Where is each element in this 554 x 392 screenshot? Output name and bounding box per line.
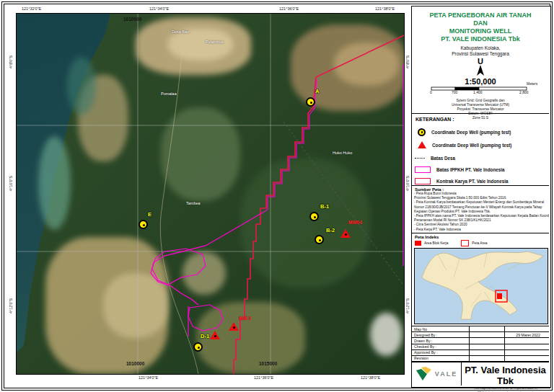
map-subtitle: Provinsi Sulawesi Tenggara — [412, 51, 549, 57]
map-title: PT. VALE INDONESIA Tbk — [412, 35, 549, 43]
table-cell — [470, 332, 505, 338]
lon-tick: 121°34'0"E — [138, 375, 158, 380]
batas-desa-line — [283, 122, 403, 284]
vale-logo-text: VALE — [435, 370, 457, 378]
lon-tick: 121°34'0"E — [149, 6, 169, 11]
boundaries-overlay — [17, 14, 404, 374]
index-map-section: Peta Indeks Area Blok Kerja Peta Area — [412, 233, 549, 326]
deep-well-marker-B2[interactable] — [315, 235, 324, 244]
table-row-label: Map No — [412, 326, 470, 332]
lat-tick: 4°8'0"S — [9, 55, 13, 68]
red-well-icon — [418, 141, 426, 148]
index-map-canvas[interactable] — [414, 248, 548, 324]
well-label-B2: B-2 — [326, 227, 335, 233]
table-cell — [470, 350, 505, 356]
legend-item: Coordinate Deep Well (pumping test) — [418, 127, 511, 137]
lon-tick: 121°36'0"E — [279, 6, 299, 11]
lat-tick: 4°12'0"S — [405, 298, 410, 313]
place-label: Pomalaa — [161, 92, 177, 96]
map-title: MONITORING WELL — [412, 27, 549, 35]
place-label: Tambea — [186, 201, 201, 205]
table-row-label: Revision — [412, 356, 470, 362]
place-label: Pelambua — [206, 40, 224, 44]
grid-label-bottom-left: 1010000 — [126, 361, 144, 366]
table-cell — [505, 350, 549, 356]
table-cell — [505, 356, 549, 362]
legend-item: Coordinate Deep Well (pumping test) — [418, 140, 511, 150]
sources-section: Sumber Peta : - Peta Rupa Bumi Indonesia… — [412, 186, 549, 233]
vale-logo-icon — [416, 366, 433, 382]
legend-item: Batas IPPKH PT. Vale Indonesia — [415, 164, 505, 174]
sources-heading: Sumber Peta : — [412, 186, 549, 192]
lon-tick: 121°38'0"E — [375, 6, 395, 11]
table-cell — [470, 338, 505, 344]
well-label-MW1: MW-1 — [239, 316, 251, 321]
legend-item-label: Batas Desa — [431, 156, 455, 161]
index-legend-label: Peta Area — [472, 241, 487, 245]
approval-table-section: Map No Designed By :29 Maret 2022 Drawn … — [412, 326, 549, 362]
scalebar-tick: 700 — [452, 90, 457, 94]
legend-section: KETERANGAN : Coordinate Deep Well (pumpi… — [412, 114, 549, 186]
well-label-A: A — [315, 88, 319, 94]
map-layout-page: 1010000 1010000 1015000 Desa Bau Pelambu… — [0, 0, 554, 392]
deep-well-marker-B1[interactable] — [309, 212, 319, 221]
lon-tick: 121°36'0"E — [254, 375, 273, 380]
place-label: Desa Bau — [172, 30, 189, 34]
kontrak-karya-icon — [415, 178, 431, 184]
legend-item-label: Coordinate Deep Well (pumping test) — [432, 143, 511, 148]
lon-tick: 121°32'0"E — [22, 6, 41, 11]
scalebar-tick: 1,400 — [473, 90, 483, 94]
grid-label-top: 1010000 — [123, 17, 141, 22]
place-label: Huko Huko — [333, 151, 352, 155]
scalebar-unit: Meters — [527, 81, 537, 86]
peta-area-icon — [461, 240, 469, 246]
source-line: Nomor 218/30/DJB/2017 Tentang Penciutan … — [412, 205, 549, 210]
table-row-label: Approved By : — [412, 350, 470, 356]
source-line: - Peta Kerja PT. Vale Indonesia — [412, 228, 549, 232]
legend-item-label: Batas IPPKH PT. Vale Indonesia — [436, 167, 505, 172]
table-cell — [470, 356, 505, 362]
title-section: PETA PENGEBORAN AIR TANAH DAN MONITORING… — [412, 6, 549, 114]
footer-section: VALE PT. Vale Indonesia Tbk This map con… — [412, 362, 549, 386]
deep-well-marker-A[interactable] — [306, 97, 315, 107]
legend-item-label: Kontrak Karya PT. Vale Indonesia — [436, 179, 508, 184]
lat-tick: 4°10'0"S — [405, 176, 410, 191]
north-arrow-icon — [475, 65, 485, 76]
table-row-label: Drawn By : — [412, 338, 470, 344]
sulawesi-island — [415, 249, 548, 324]
dotted-line-icon — [415, 158, 425, 159]
index-map-legend: Area Blok Kerja Peta Area — [412, 239, 549, 247]
table-cell — [470, 344, 505, 350]
lon-tick: 121°38'0"E — [361, 375, 380, 380]
table-row-label: Checked By : — [412, 344, 470, 350]
approval-table: Map No Designed By :29 Maret 2022 Drawn … — [412, 326, 549, 362]
scale-bar: 0 700 1,400 2,800 Meters — [430, 83, 531, 94]
map-side-panel: PETA PENGEBORAN AIR TANAH DAN MONITORING… — [411, 6, 551, 388]
scalebar-tick: 0 — [430, 90, 432, 94]
legend-item-label: Coordinate Deep Well (pumping test) — [431, 130, 511, 135]
scalebar-tick: 2,800 — [519, 90, 529, 94]
main-map[interactable]: 1010000 1010000 1015000 Desa Bau Pelambu… — [16, 13, 405, 375]
grid-label-bottom-right: 1015000 — [259, 361, 277, 366]
legend-item: Kontrak Karya PT. Vale Indonesia — [415, 176, 508, 186]
deep-well-marker-E[interactable] — [138, 220, 148, 229]
legend-item: Batas Desa — [415, 153, 455, 163]
deep-well-marker-D1[interactable] — [193, 342, 203, 352]
well-label-B1: B-1 — [320, 203, 329, 210]
ippkh-boundary-icon — [415, 166, 431, 173]
index-map-heading: Peta Indeks — [412, 233, 549, 239]
map-date: 29 Maret 2022 — [505, 332, 549, 338]
yellow-well-icon — [418, 128, 426, 136]
table-cell — [505, 338, 549, 344]
index-legend-label: Area Blok Kerja — [424, 241, 448, 245]
map-title: DAN — [412, 19, 549, 27]
legend-heading: KETERANGAN : — [412, 114, 549, 122]
lat-tick: 4°12'0"S — [9, 298, 13, 313]
source-line: - Peta Kontrak Karya berdasarkan Keputus… — [412, 200, 549, 205]
map-subtitle: Kabupaten Kolaka, — [412, 45, 549, 51]
logo-box: VALE — [412, 362, 462, 386]
ippkh-polygon — [152, 249, 206, 285]
well-label-E: E — [148, 211, 151, 218]
ippkh-boundary — [151, 210, 268, 305]
kontrak-karya-boundary — [234, 35, 404, 374]
